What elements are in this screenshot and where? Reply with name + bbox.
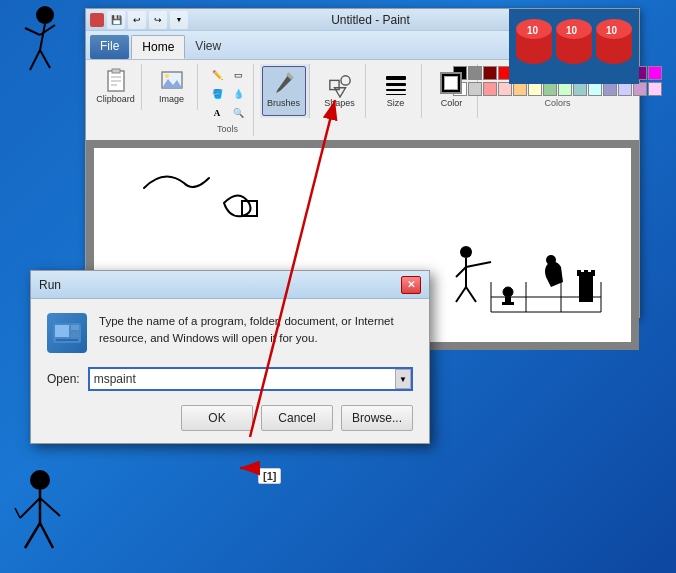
svg-line-44 (456, 287, 466, 302)
run-input[interactable] (88, 367, 413, 391)
swatch-ltcyan[interactable] (588, 82, 602, 96)
toolbar-image: 10 10 10 (509, 9, 639, 84)
brushes-btn[interactable]: Brushes (262, 66, 306, 116)
tools-label: Tools (217, 124, 238, 134)
clipboard-icon (104, 69, 128, 93)
image-icon (160, 69, 184, 93)
customize-quick-btn[interactable]: ▼ (170, 11, 188, 29)
svg-line-43 (466, 262, 491, 267)
browse-button[interactable]: Browse... (341, 405, 413, 431)
run-title-bar: Run ✕ (31, 271, 429, 299)
tools-group: ✏️ 🪣 A ▭ 💧 🔍 Tools (204, 64, 254, 136)
size-btn[interactable]: Size (376, 66, 416, 116)
magnifier-btn[interactable]: 🔍 (229, 104, 247, 122)
run-input-wrapper: ▼ (88, 367, 413, 391)
swatch-gray[interactable] (468, 66, 482, 80)
color-row-2 (453, 82, 662, 96)
svg-point-61 (36, 6, 54, 24)
svg-line-45 (466, 287, 476, 302)
cancel-button[interactable]: Cancel (261, 405, 333, 431)
svg-rect-49 (71, 332, 79, 337)
pencil-tool-btn[interactable]: ✏️ (208, 66, 226, 84)
tab-view[interactable]: View (185, 35, 231, 59)
svg-line-59 (40, 523, 53, 548)
run-dialog-title: Run (39, 278, 61, 292)
save-quick-btn[interactable]: 💾 (107, 11, 125, 29)
clipboard-btn[interactable]: Clipboard (98, 66, 134, 108)
svg-point-35 (546, 255, 556, 265)
run-dialog-body: Type the name of a program, folder, docu… (31, 299, 429, 443)
swatch-ltpurple[interactable] (633, 82, 647, 96)
run-dialog: Run ✕ Type the name of a program, folder… (30, 270, 430, 444)
svg-rect-39 (591, 270, 595, 276)
swatch-periwinkle[interactable] (603, 82, 617, 96)
paint-app-icon (90, 13, 104, 27)
run-header-row: Type the name of a program, folder, docu… (47, 313, 413, 353)
swatch-maroon[interactable] (483, 66, 497, 80)
ok-button[interactable]: OK (181, 405, 253, 431)
svg-point-40 (460, 246, 472, 258)
window-title: Untitled - Paint (191, 13, 550, 27)
run-open-row: Open: ▼ (47, 367, 413, 391)
annotation-label-1: [1] (258, 468, 281, 484)
svg-point-7 (165, 74, 169, 78)
svg-line-64 (40, 25, 55, 35)
brushes-label: Brushes (267, 99, 300, 109)
pick-color-btn[interactable]: 💧 (229, 85, 247, 103)
run-close-btn[interactable]: ✕ (401, 276, 421, 294)
swatch-ltred[interactable] (483, 82, 497, 96)
swatch-peach[interactable] (513, 82, 527, 96)
svg-text:10: 10 (606, 25, 618, 36)
color-label: Color (441, 99, 463, 109)
swatch-ltmagenta[interactable] (648, 82, 662, 96)
image-btn[interactable]: Image (154, 66, 190, 108)
shapes-btn[interactable]: Shapes (318, 66, 362, 116)
swatch-ltblue[interactable] (618, 82, 632, 96)
run-dropdown-arrow[interactable]: ▼ (395, 369, 411, 389)
colors-label: Colors (544, 98, 570, 108)
swatch-ltyellow[interactable] (528, 82, 542, 96)
shapes-label: Shapes (324, 99, 355, 109)
eraser-tool-btn[interactable]: ▭ (229, 66, 247, 84)
svg-line-66 (40, 50, 50, 68)
shapes-icon (328, 73, 352, 97)
svg-line-58 (25, 523, 40, 548)
svg-rect-47 (55, 325, 69, 337)
swatch-ltpink[interactable] (498, 82, 512, 96)
size-icon (384, 73, 408, 97)
undo-quick-btn[interactable]: ↩ (128, 11, 146, 29)
text-tool-btn[interactable]: A (208, 104, 226, 122)
svg-rect-36 (579, 272, 593, 302)
fill-tool-btn[interactable]: 🪣 (208, 85, 226, 103)
clipboard-group: Clipboard (92, 64, 142, 110)
svg-rect-48 (71, 325, 79, 330)
ribbon-content: Clipboard Image (86, 59, 639, 140)
stickman-figure (5, 468, 75, 558)
svg-rect-1 (112, 69, 120, 73)
chess-drawing (451, 232, 611, 332)
swatch-ltgreen[interactable] (543, 82, 557, 96)
shapes-group: Shapes (316, 64, 366, 118)
desktop: 💾 ↩ ↪ ▼ Untitled - Paint ─ □ ✕ File Home… (0, 0, 676, 573)
swatch-ltgray[interactable] (468, 82, 482, 96)
brushes-group: Brushes (260, 64, 310, 118)
svg-rect-38 (584, 270, 588, 276)
svg-point-54 (30, 470, 50, 490)
redo-quick-btn[interactable]: ↪ (149, 11, 167, 29)
svg-rect-34 (502, 302, 514, 305)
swatch-magenta[interactable] (648, 66, 662, 80)
svg-line-65 (30, 50, 40, 70)
size-group: Size (372, 64, 422, 118)
tools-icons: ✏️ 🪣 A (208, 66, 226, 122)
svg-rect-33 (505, 297, 511, 302)
run-icon (47, 313, 87, 353)
svg-line-62 (40, 24, 45, 50)
swatch-ltteal[interactable] (573, 82, 587, 96)
svg-line-42 (456, 267, 466, 277)
swatch-palegreen[interactable] (558, 82, 572, 96)
brushes-icon (272, 73, 296, 97)
svg-point-10 (340, 76, 349, 85)
run-buttons-row: OK Cancel Browse... (47, 405, 413, 431)
tab-home[interactable]: Home (131, 35, 185, 59)
tab-file[interactable]: File (90, 35, 129, 59)
